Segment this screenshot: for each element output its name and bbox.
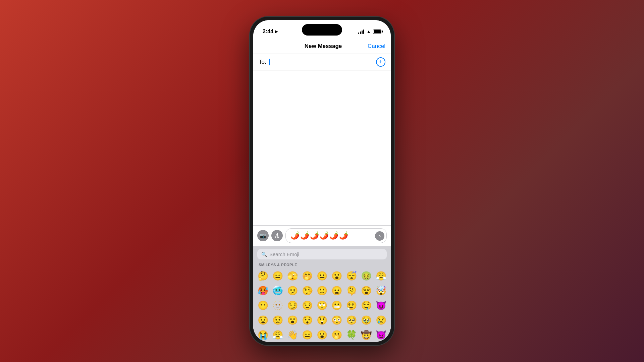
emoji-cell[interactable]: 😦 (330, 284, 344, 298)
to-input[interactable] (269, 59, 376, 65)
to-field: To: + (253, 54, 391, 70)
emoji-cell[interactable]: 😵 (359, 284, 373, 298)
time-display: 2:44 (263, 28, 273, 35)
emoji-cell[interactable]: 😧 (256, 313, 270, 327)
emoji-cell[interactable]: 👋 (285, 328, 300, 342)
emoji-cell[interactable]: 😳 (330, 313, 344, 327)
emoji-cell[interactable]: 😬 (330, 298, 344, 312)
add-contact-icon: + (379, 59, 383, 66)
emoji-cell[interactable]: 🥺 (344, 313, 359, 327)
to-label: To: (259, 59, 266, 65)
apps-icon: A (275, 232, 279, 239)
signal-bar-1 (358, 33, 359, 34)
add-contact-button[interactable]: + (376, 57, 385, 67)
emoji-cell[interactable]: 😒 (300, 298, 314, 312)
signal-bars (358, 29, 364, 34)
send-button[interactable]: ↑ (375, 231, 384, 241)
emoji-cell[interactable]: 😐 (315, 269, 329, 283)
search-placeholder: Search Emoji (269, 251, 299, 257)
emoji-search-bar[interactable]: 🔍 Search Emoji (257, 249, 387, 259)
phone-screen: 2:44 ▶ ▲ New Mess (253, 20, 391, 342)
text-cursor (269, 59, 270, 65)
emoji-cell[interactable]: 🙄 (315, 298, 329, 312)
emoji-cell[interactable]: 😢 (374, 313, 388, 327)
battery-indicator (373, 29, 381, 34)
emoji-cell[interactable]: 🤠 (359, 328, 373, 342)
emoji-cell[interactable]: 😴 (344, 269, 359, 283)
emoji-cell[interactable]: 🫢 (330, 328, 344, 342)
emoji-cell[interactable]: 🥶 (271, 284, 285, 298)
emoji-cell[interactable]: 🤤 (359, 298, 373, 312)
signal-bar-4 (363, 29, 364, 34)
emoji-cell[interactable]: 😮‍💨 (344, 298, 359, 312)
emoji-cell[interactable]: 😤 (374, 269, 388, 283)
emoji-grid: 🤔 😑 🫣 🤭 😐 😮 😴 🤢 😤 🥵 🥶 🫤 🤥 🙁 😦 (253, 269, 391, 342)
emoji-cell[interactable]: 😲 (315, 313, 329, 327)
nav-title: New Message (279, 43, 368, 50)
status-time: 2:44 ▶ (263, 28, 278, 35)
camera-button[interactable]: 📷 (257, 230, 269, 241)
message-screen: New Message Cancel To: + 📷 (253, 38, 391, 342)
emoji-cell[interactable]: 😑 (271, 269, 285, 283)
emoji-cell[interactable]: 👿 (374, 328, 388, 342)
emoji-cell[interactable]: 🤯 (374, 284, 388, 298)
message-body[interactable] (253, 70, 391, 225)
emoji-cell[interactable]: 😮 (285, 313, 300, 327)
emoji-cell[interactable]: 🫤 (285, 284, 300, 298)
signal-bar-2 (360, 32, 361, 34)
emoji-cell[interactable]: 😟 (271, 313, 285, 327)
emoji-cell[interactable]: 🍀 (344, 328, 359, 342)
message-content: 🌶️🌶️🌶️🌶️🌶️🌶️ (290, 231, 349, 240)
message-text-box[interactable]: 🌶️🌶️🌶️🌶️🌶️🌶️ ↑ (285, 228, 387, 243)
emoji-cell[interactable]: 🫣 (285, 269, 300, 283)
location-icon: ▶ (275, 29, 278, 34)
search-icon: 🔍 (261, 252, 267, 257)
emoji-cell[interactable]: 🫥 (271, 298, 285, 312)
emoji-cell[interactable]: 😮 (315, 328, 329, 342)
emoji-cell[interactable]: 🤔 (256, 269, 270, 283)
emoji-cell[interactable]: 🫠 (344, 284, 359, 298)
emoji-cell[interactable]: 🤭 (300, 269, 314, 283)
cancel-button[interactable]: Cancel (368, 43, 385, 50)
wifi-icon: ▲ (366, 29, 371, 34)
emoji-keyboard: 🔍 Search Emoji SMILEYS & PEOPLE 🤔 😑 🫣 🤭 … (253, 246, 391, 342)
emoji-cell[interactable]: 😮 (330, 269, 344, 283)
emoji-cell[interactable]: 😤 (271, 328, 285, 342)
emoji-cell[interactable]: 🙁 (315, 284, 329, 298)
apps-button[interactable]: A (271, 230, 283, 241)
emoji-cell[interactable]: 😏 (285, 298, 300, 312)
phone-frame: 2:44 ▶ ▲ New Mess (250, 17, 394, 345)
nav-bar: New Message Cancel (253, 38, 391, 54)
status-bar: 2:44 ▶ ▲ (253, 20, 391, 38)
signal-bar-3 (362, 31, 363, 34)
emoji-cell[interactable]: 🥵 (256, 284, 270, 298)
emoji-category-label: SMILEYS & PEOPLE (253, 261, 391, 269)
dynamic-island (302, 24, 342, 36)
emoji-cell[interactable]: 😭 (256, 328, 270, 342)
message-input-row: 📷 A 🌶️🌶️🌶️🌶️🌶️🌶️ ↑ (253, 225, 391, 246)
battery-fill (374, 30, 381, 33)
emoji-cell[interactable]: 🤢 (359, 269, 373, 283)
status-icons: ▲ (358, 29, 381, 34)
emoji-cell[interactable]: 😑 (300, 328, 314, 342)
emoji-cell[interactable]: 😈 (374, 298, 388, 312)
send-icon: ↑ (377, 233, 382, 239)
camera-icon: 📷 (260, 233, 266, 239)
emoji-cell[interactable]: 😶 (256, 298, 270, 312)
emoji-cell[interactable]: 🤥 (300, 284, 314, 298)
emoji-cell[interactable]: 😯 (300, 313, 314, 327)
emoji-cell[interactable]: 🥹 (359, 313, 373, 327)
